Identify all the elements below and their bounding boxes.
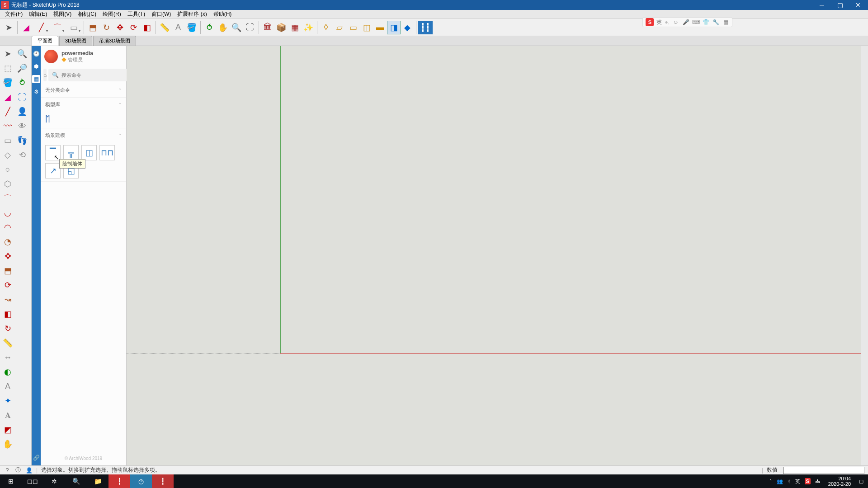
pan2-icon[interactable]: ✋ <box>1 437 14 451</box>
wall-door-button[interactable]: ◫ <box>81 145 97 160</box>
library-m-icon[interactable]: ᛖ <box>45 114 56 125</box>
line-tool-icon[interactable]: ╱ <box>33 21 49 34</box>
arc2-icon[interactable]: ◡ <box>1 206 14 220</box>
ime-skin-icon[interactable]: 👕 <box>702 19 709 26</box>
value-input[interactable] <box>783 467 864 474</box>
left-view-icon[interactable]: ◨ <box>387 21 401 34</box>
move2-icon[interactable]: ✥ <box>1 249 14 263</box>
ime-emoji-icon[interactable]: ☺ <box>672 19 679 26</box>
3dtext-icon[interactable]: 𝐀 <box>1 408 14 422</box>
menu-window[interactable]: 窗口(W) <box>149 9 174 19</box>
section-hdr-build[interactable]: 场景建模 ⌃ <box>41 128 126 142</box>
offset2-icon[interactable]: ↻ <box>1 322 14 335</box>
ime-lang-label[interactable]: 英 <box>656 19 662 26</box>
taskbar-fan-icon[interactable]: ✲ <box>43 474 65 488</box>
move-tool-icon[interactable]: ✥ <box>113 21 127 34</box>
tray-people-icon[interactable]: 👥 <box>777 479 783 484</box>
arc3-icon[interactable]: ◠ <box>1 221 14 234</box>
taskbar-app2-icon[interactable]: ◷ <box>130 474 152 488</box>
offset-tool-icon[interactable]: ↻ <box>99 21 113 34</box>
minimize-button[interactable]: ─ <box>813 0 831 10</box>
wall-dim-button[interactable]: ↗ <box>45 163 61 178</box>
start-button[interactable]: ⊞ <box>0 474 22 488</box>
right-view-icon[interactable]: ◫ <box>360 21 373 34</box>
rotated-rect-icon[interactable]: ◇ <box>1 148 14 162</box>
draw-wall-button[interactable]: ▔ ↖ 绘制墙体 <box>45 145 61 160</box>
home-button-icon[interactable]: ⌂ <box>43 69 47 81</box>
polygon-icon[interactable]: ⬡ <box>1 177 14 191</box>
rotate2-icon[interactable]: ⟳ <box>1 278 14 292</box>
circle-icon[interactable]: ○ <box>1 163 14 176</box>
scale-tool-icon[interactable]: ◧ <box>140 21 154 34</box>
rectangle-icon[interactable]: ▭ <box>1 134 14 147</box>
tray-network-icon[interactable]: 🖧 <box>815 479 820 484</box>
arc-tool-icon[interactable]: ⌒ <box>49 21 66 34</box>
top-view-icon[interactable]: ▱ <box>333 21 346 34</box>
ime-grid-icon[interactable]: ▦ <box>722 19 729 26</box>
tray-ime-lang[interactable]: 英 <box>795 478 800 485</box>
look-around-icon[interactable]: 👁 <box>15 119 29 133</box>
zoomext-icon[interactable]: ⛶ <box>15 90 29 104</box>
taskview-button[interactable]: ◻◻ <box>22 474 43 488</box>
shape-tool-icon[interactable]: ▭ <box>66 21 82 34</box>
pushpull2-icon[interactable]: ⬒ <box>1 264 14 277</box>
pushpull-tool-icon[interactable]: ⬒ <box>86 21 99 34</box>
viewport-3d[interactable] <box>127 46 868 465</box>
menu-camera[interactable]: 相机(C) <box>75 9 99 19</box>
tray-clock[interactable]: 20:04 2020-2-20 <box>825 476 854 487</box>
zoom-tool-icon[interactable]: 🔍 <box>230 21 243 34</box>
tray-bluetooth-icon[interactable]: ᚼ <box>788 479 791 484</box>
axes-icon[interactable]: ✦ <box>1 394 14 408</box>
scene-tab-plan[interactable]: 平面图 <box>32 36 58 46</box>
status-help-icon[interactable]: ? <box>4 467 11 474</box>
layout-icon[interactable]: ▦ <box>288 21 302 34</box>
tray-sogou-icon[interactable]: S <box>805 478 811 484</box>
freehand-icon[interactable]: 〰 <box>1 119 14 133</box>
menu-view[interactable]: 视图(V) <box>51 9 74 19</box>
rail-recent-icon[interactable]: 🕘 <box>32 50 40 58</box>
select-icon[interactable]: ➤ <box>1 47 14 61</box>
taskbar-sketchup-icon[interactable]: ┇ <box>108 474 130 488</box>
tape-measure-icon[interactable]: 📏 <box>158 21 171 34</box>
orbit2-icon[interactable]: ⥁ <box>15 76 29 89</box>
arc-icon[interactable]: ⌒ <box>1 192 14 205</box>
user-avatar-icon[interactable] <box>44 50 58 63</box>
iso-view-icon[interactable]: ◊ <box>319 21 333 34</box>
ime-mic-icon[interactable]: 🎤 <box>682 19 689 26</box>
menu-draw[interactable]: 绘图(R) <box>100 9 124 19</box>
ime-toolbox-icon[interactable]: 🔧 <box>712 19 719 26</box>
section-hdr-uncat[interactable]: 无分类命令 ⌃ <box>41 83 126 97</box>
menu-help[interactable]: 帮助(H) <box>211 9 235 19</box>
add-location-icon[interactable]: ✨ <box>302 21 315 34</box>
component-icon[interactable]: ⬚ <box>1 61 14 75</box>
taskbar-search-icon[interactable]: 🔍 <box>65 474 87 488</box>
protractor-icon[interactable]: ◐ <box>1 365 14 379</box>
orbit-tool-icon[interactable]: ⥀ <box>203 21 216 34</box>
close-button[interactable]: ✕ <box>849 0 867 10</box>
tape-icon[interactable]: 📏 <box>1 336 14 350</box>
menu-ext[interactable]: 扩展程序 (x) <box>175 9 209 19</box>
menu-tools[interactable]: 工具(T) <box>125 9 148 19</box>
walk-icon[interactable]: 👣 <box>15 134 29 147</box>
status-info-icon[interactable]: ⓘ <box>14 467 22 474</box>
scene-tab-ceiling[interactable]: 吊顶3D场景图 <box>93 36 136 46</box>
perspective-icon[interactable]: ◆ <box>401 21 414 34</box>
paint-bucket-icon[interactable]: 🪣 <box>185 21 198 34</box>
extension-warehouse-icon[interactable]: 📦 <box>274 21 288 34</box>
back-view-icon[interactable]: ▬ <box>373 21 387 34</box>
rotate-tool-icon[interactable]: ⟳ <box>127 21 140 34</box>
rail-settings-icon[interactable]: ⚙ <box>32 88 40 96</box>
taskbar-explorer-icon[interactable]: 📁 <box>87 474 108 488</box>
taskbar-app3-icon[interactable]: ┇ <box>152 474 174 488</box>
scale2-icon[interactable]: ◧ <box>1 307 14 321</box>
rail-link-icon[interactable]: 🔗 <box>32 454 40 462</box>
zoomwin-icon[interactable]: 🔎 <box>15 61 29 75</box>
viewport-scrollbar[interactable] <box>861 46 868 465</box>
pan-tool-icon[interactable]: ✋ <box>216 21 230 34</box>
search-box[interactable]: 🔍 <box>48 69 127 81</box>
maximize-button[interactable]: ▢ <box>831 0 849 10</box>
ime-punct-icon[interactable]: ●, <box>665 19 670 25</box>
text-tool-icon[interactable]: A <box>171 21 185 34</box>
eraser-tool-icon[interactable]: ◢ <box>19 21 33 34</box>
prev-icon[interactable]: ⟲ <box>15 148 29 162</box>
